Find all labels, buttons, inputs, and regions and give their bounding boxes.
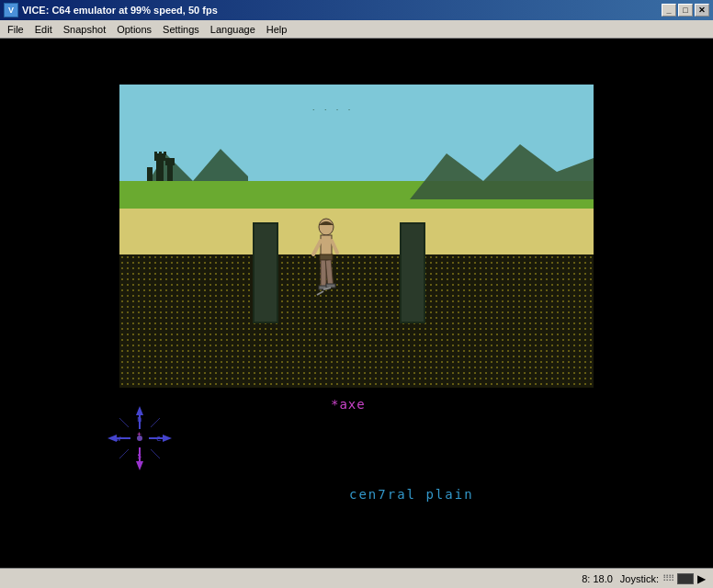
app-icon: V <box>4 3 18 17</box>
joystick-dots: ⠿⠿ <box>662 573 673 583</box>
emulator-screen[interactable]: ` ` ` ` <box>0 39 713 568</box>
svg-text:e: e <box>156 434 161 443</box>
svg-line-18 <box>313 241 321 254</box>
svg-rect-8 <box>164 152 166 155</box>
menu-settings[interactable]: Settings <box>157 22 205 37</box>
menu-snapshot[interactable]: Snapshot <box>58 22 111 37</box>
svg-text:w: w <box>116 434 121 443</box>
svg-text:n: n <box>137 414 141 424</box>
maximize-button[interactable]: □ <box>678 4 693 17</box>
game-viewport: ` ` ` ` <box>119 85 594 388</box>
title-bar: V VICE: C64 emulator at 99% speed, 50 fp… <box>0 0 713 20</box>
scroll-right-icon[interactable]: ▶ <box>697 572 706 585</box>
svg-line-36 <box>151 418 160 427</box>
menu-language[interactable]: Language <box>205 22 261 37</box>
close-button[interactable]: ✕ <box>695 4 709 17</box>
coordinates-display: 8: 18.0 <box>582 573 613 584</box>
right-mountains <box>410 135 594 199</box>
svg-rect-4 <box>165 158 175 165</box>
window-title: VICE: C64 emulator at 99% speed, 50 fps <box>22 5 218 16</box>
svg-point-9 <box>319 219 334 235</box>
menu-options[interactable]: Options <box>111 22 157 37</box>
joystick-status: Joystick: ⠿⠿ ▶ <box>620 572 706 585</box>
joystick-label: Joystick: <box>620 573 659 584</box>
svg-line-17 <box>317 291 323 295</box>
location-text: cen7ral plain <box>349 487 474 502</box>
svg-rect-6 <box>154 152 157 155</box>
dark-ground <box>119 254 594 388</box>
svg-text:s: s <box>137 451 141 460</box>
door-right <box>400 222 425 323</box>
status-bar: 8: 18.0 Joystick: ⠿⠿ ▶ <box>0 568 713 588</box>
title-bar-left: V VICE: C64 emulator at 99% speed, 50 fp… <box>4 3 218 17</box>
svg-point-34 <box>137 435 142 441</box>
svg-line-19 <box>332 241 337 253</box>
window-controls: _ □ ✕ <box>662 4 709 17</box>
compass-rose: n w e s t <box>103 401 176 477</box>
svg-line-38 <box>151 449 160 458</box>
joystick-box <box>677 573 694 584</box>
menu-edit[interactable]: Edit <box>29 22 58 37</box>
svg-line-37 <box>119 449 129 458</box>
minimize-button[interactable]: _ <box>662 4 676 17</box>
svg-line-35 <box>119 418 129 427</box>
svg-marker-28 <box>163 435 172 442</box>
svg-marker-20 <box>410 144 594 199</box>
svg-rect-15 <box>326 284 335 288</box>
svg-rect-11 <box>320 254 333 260</box>
menu-bar: File Edit Snapshot Options Settings Lang… <box>0 20 713 39</box>
door-left <box>253 222 278 323</box>
menu-file[interactable]: File <box>2 22 29 37</box>
player-character <box>299 218 354 311</box>
item-text: *axe <box>331 397 366 412</box>
svg-rect-7 <box>159 152 162 155</box>
birds: ` ` ` ` <box>312 107 354 116</box>
menu-help[interactable]: Help <box>261 22 293 37</box>
svg-marker-24 <box>136 461 143 470</box>
